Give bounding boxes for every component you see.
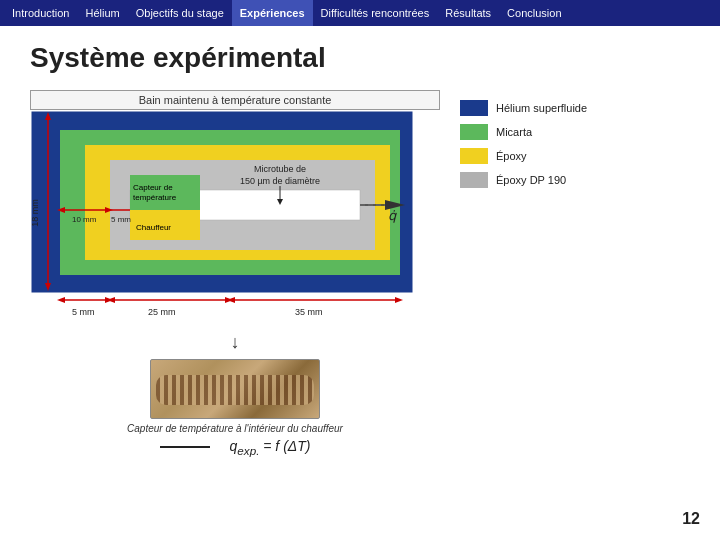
- nav-experiences[interactable]: Expériences: [232, 0, 313, 26]
- nav-resultats[interactable]: Résultats: [437, 0, 499, 26]
- legend-color-epoxy: [460, 148, 488, 164]
- svg-text:18 mm: 18 mm: [30, 199, 40, 227]
- legend-label-epoxydp190: Époxy DP 190: [496, 174, 566, 186]
- svg-text:5 mm: 5 mm: [72, 307, 95, 317]
- legend-epoxy: Époxy: [460, 148, 587, 164]
- legend-epoxy-dp190: Époxy DP 190: [460, 172, 587, 188]
- svg-text:q̇: q̇: [388, 208, 397, 223]
- nav-objectifs[interactable]: Objectifs du stage: [128, 0, 232, 26]
- nav-conclusion[interactable]: Conclusion: [499, 0, 569, 26]
- diagram-box: Bain maintenu à température constante: [30, 90, 440, 457]
- formula-area: qexp. = f (ΔT): [30, 438, 440, 457]
- formula-line-left: [160, 446, 210, 448]
- page-content: Système expérimental Bain maintenu à tem…: [0, 26, 720, 483]
- diagram-container: Bain maintenu à température constante: [30, 90, 690, 457]
- svg-text:Capteur de: Capteur de: [133, 183, 173, 192]
- page-number: 12: [682, 510, 700, 528]
- legend-label-helium: Hélium superfluide: [496, 102, 587, 114]
- svg-text:température: température: [133, 193, 177, 202]
- bain-label: Bain maintenu à température constante: [30, 90, 440, 110]
- svg-text:10 mm: 10 mm: [72, 215, 97, 224]
- arrow-down: ↓: [30, 332, 440, 353]
- svg-marker-35: [395, 297, 403, 303]
- page-title: Système expérimental: [30, 42, 690, 74]
- svg-text:150 µm de diamètre: 150 µm de diamètre: [240, 176, 320, 186]
- legend-color-micarta: [460, 124, 488, 140]
- svg-marker-30: [107, 297, 115, 303]
- svg-text:Microtube de: Microtube de: [254, 164, 306, 174]
- nav-difficultes[interactable]: Difficultés rencontrées: [313, 0, 438, 26]
- legend-label-epoxy: Époxy: [496, 150, 527, 162]
- legend-label-micarta: Micarta: [496, 126, 532, 138]
- formula-text: qexp. = f (ΔT): [230, 438, 311, 457]
- svg-marker-26: [57, 297, 65, 303]
- photo-caption: Capteur de température à l'intérieur du …: [127, 423, 343, 434]
- legend-color-epoxydp190: [460, 172, 488, 188]
- legend-micarta: Micarta: [460, 124, 587, 140]
- nav-introduction[interactable]: Introduction: [4, 0, 77, 26]
- svg-marker-34: [227, 297, 235, 303]
- svg-text:Chauffeur: Chauffeur: [136, 223, 171, 232]
- nav-helium[interactable]: Hélium: [77, 0, 127, 26]
- navbar: Introduction Hélium Objectifs du stage E…: [0, 0, 720, 26]
- svg-text:5 mm: 5 mm: [111, 215, 131, 224]
- legend: Hélium superfluide Micarta Époxy Époxy D…: [460, 100, 587, 188]
- photo-area: Capteur de température à l'intérieur du …: [30, 359, 440, 434]
- legend-helium: Hélium superfluide: [460, 100, 587, 116]
- sensor-photo: [150, 359, 320, 419]
- svg-text:35 mm: 35 mm: [295, 307, 323, 317]
- system-diagram: q̇ Capteur de température Chauffeur: [30, 110, 440, 330]
- legend-color-helium: [460, 100, 488, 116]
- svg-text:25 mm: 25 mm: [148, 307, 176, 317]
